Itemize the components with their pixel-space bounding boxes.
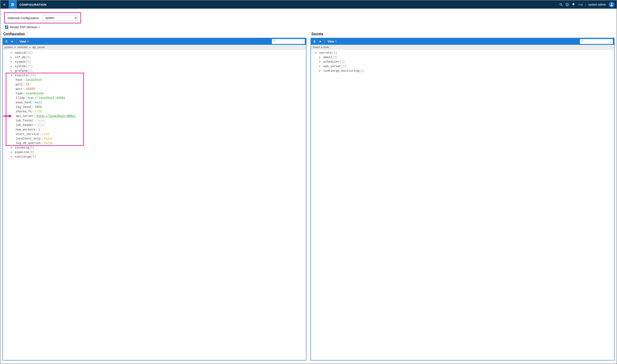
tree-node-scheduler[interactable]: ▶scheduler {1} — [311, 60, 614, 64]
collapse-all-button[interactable] — [10, 39, 14, 44]
restart-checkbox[interactable] — [5, 26, 8, 29]
tree-node-sysmon[interactable]: ▶sysmon {5} — [3, 60, 306, 64]
user-menu[interactable]: system admin — [588, 3, 606, 6]
leaf-key: api_server — [16, 114, 34, 118]
panels-row: Configuration View ▼ — [0, 31, 617, 362]
tree-node-pipeline[interactable]: ▶pipeline {9} — [3, 150, 306, 155]
node-count: {1} — [341, 64, 346, 69]
tree-leaf-job_footer[interactable]: job_footer: value — [3, 118, 306, 123]
node-count: {1} — [359, 69, 364, 73]
caret-right-icon[interactable]: ▶ — [11, 64, 14, 69]
tree-node-incoming[interactable]: ▶incoming {5} — [3, 145, 306, 150]
configuration-panel-box: View ▼ ▼▲ system ▸ executor ▸ api_server — [2, 38, 306, 361]
tree-leaf-type[interactable]: type: standalone — [3, 91, 306, 96]
node-label: concierge — [15, 155, 31, 159]
configuration-tree[interactable]: ▶openid {23}▶ref_db {8}▶sysmon {5}▶syste… — [3, 50, 306, 360]
svg-point-14 — [582, 40, 583, 42]
caret-right-icon[interactable]: ▶ — [319, 64, 322, 69]
tree-leaf-l7log[interactable]: l7log: tcp://localhost:42001 — [3, 96, 306, 100]
tree-leaf-api_server[interactable]: api_server: http://localhost:8002/ — [3, 114, 306, 118]
caret-right-icon[interactable]: ▶ — [11, 60, 14, 64]
tree-node-grafana[interactable]: ▶grafana {2} — [3, 69, 306, 73]
svg-point-4 — [13, 4, 14, 5]
view-label: View — [328, 40, 334, 43]
view-menu[interactable]: View ▼ — [20, 40, 29, 43]
svg-point-5 — [12, 5, 12, 6]
node-count: {23} — [26, 51, 33, 55]
caret-down-icon[interactable]: ▼ — [315, 51, 318, 55]
secrets-search[interactable]: ▼▲ — [580, 39, 613, 44]
search-button[interactable] — [558, 0, 564, 9]
leaf-value: tcp://localhost:42001 — [27, 96, 65, 100]
caret-down-icon: ▼ — [27, 40, 29, 42]
config-search-input[interactable] — [277, 40, 300, 43]
secrets-search-input[interactable] — [585, 40, 608, 43]
tree-node-executor[interactable]: ▼executor {15} — [3, 73, 306, 78]
tree-leaf-localhost_only[interactable]: localhost_only: false — [3, 136, 306, 141]
leaf-key: start_service — [16, 132, 39, 136]
caret-right-icon[interactable]: ▶ — [319, 69, 322, 73]
tree-node-concierge[interactable]: ▶concierge {5} — [3, 155, 306, 159]
leaf-value: 15 — [26, 82, 29, 87]
crumb-0[interactable]: system — [4, 46, 13, 49]
tree-node-concierge_monitoring[interactable]: ▶concierge_monitoring {1} — [311, 69, 614, 73]
page-title: CONFIGURATION — [19, 3, 46, 6]
colon: : — [34, 123, 36, 127]
svg-point-6 — [560, 3, 562, 5]
leaf-value: localhost — [26, 78, 42, 82]
tree-leaf-poll[interactable]: poll: 15 — [3, 82, 306, 87]
caret-right-icon[interactable]: ▶ — [11, 145, 14, 150]
crumb-2[interactable]: api_server — [32, 46, 45, 49]
back-button[interactable] — [0, 0, 9, 9]
tree-node-system[interactable]: ▶system {27} — [3, 64, 306, 69]
caret-right-icon[interactable]: ▶ — [11, 51, 14, 55]
config-search[interactable]: ▼▲ — [272, 39, 305, 44]
selected-config-select[interactable]: system — [42, 15, 78, 21]
expand-all-button[interactable] — [4, 39, 9, 44]
crumb-1[interactable]: executor — [17, 46, 28, 49]
node-count: {2} — [27, 69, 33, 73]
caret-down-icon[interactable]: ▼ — [11, 73, 14, 78]
colon: : — [41, 141, 43, 145]
tree-node-email[interactable]: ▶email {2} — [311, 55, 614, 60]
view-menu[interactable]: View ▼ — [328, 40, 337, 43]
colon: : — [32, 100, 34, 105]
tree-node-web_server[interactable]: ▶web_server {1} — [311, 64, 614, 69]
caret-right-icon[interactable]: ▶ — [319, 55, 322, 60]
tree-leaf-shared_fs[interactable]: shared_fs: true — [3, 109, 306, 114]
user-avatar[interactable] — [609, 2, 615, 7]
tree-leaf-exec_host[interactable]: exec_host: null — [3, 100, 306, 105]
caret-right-icon[interactable]: ▶ — [319, 60, 322, 64]
restart-row: Restart ESP Services + — [0, 25, 617, 31]
node-label: web_server — [323, 64, 341, 69]
tree-node-secrets[interactable]: ▼secrets {4} — [311, 51, 614, 55]
tree-leaf-log_db_queries[interactable]: log_db_queries: false — [3, 141, 306, 145]
tree-node-openid[interactable]: ▶openid {23} — [3, 51, 306, 55]
tree-leaf-log_level[interactable]: log_level: INFO — [3, 105, 306, 109]
caret-right-icon[interactable]: ▶ — [11, 150, 14, 155]
tree-leaf-num_workers[interactable]: num_workers: 1 — [3, 127, 306, 132]
search-prev-next[interactable]: ▼▲ — [302, 40, 303, 43]
collapse-all-button[interactable] — [318, 39, 322, 44]
restart-label: Restart ESP Services + — [10, 26, 40, 29]
tree-node-ref_db[interactable]: ▶ref_db {8} — [3, 55, 306, 60]
caret-right-icon[interactable]: ▶ — [11, 69, 14, 73]
secrets-tree[interactable]: ▼secrets {4}▶email {2}▶scheduler {1}▶web… — [311, 50, 614, 360]
caret-right-icon[interactable]: ▶ — [11, 55, 14, 60]
search-prev-next[interactable]: ▼▲ — [610, 40, 612, 43]
svg-point-3 — [12, 3, 13, 4]
help-button[interactable]: ? — [564, 0, 570, 9]
tree-leaf-job_header[interactable]: job_header: value — [3, 123, 306, 127]
expand-all-button[interactable] — [312, 39, 317, 44]
toolbar-separator — [16, 39, 16, 44]
collapse-icon — [11, 40, 14, 43]
notifications-button[interactable] — [570, 0, 576, 9]
node-count: {5} — [26, 60, 31, 64]
empty-value-placeholder[interactable]: value — [37, 119, 45, 122]
tree-leaf-start_service[interactable]: start_service: true — [3, 132, 306, 136]
caret-right-icon[interactable]: ▶ — [11, 155, 14, 159]
tree-leaf-port[interactable]: port: 42020 — [3, 87, 306, 91]
config-menu-button[interactable] — [9, 0, 17, 9]
empty-value-placeholder[interactable]: value — [37, 123, 45, 127]
tree-leaf-host[interactable]: host: localhost — [3, 78, 306, 82]
